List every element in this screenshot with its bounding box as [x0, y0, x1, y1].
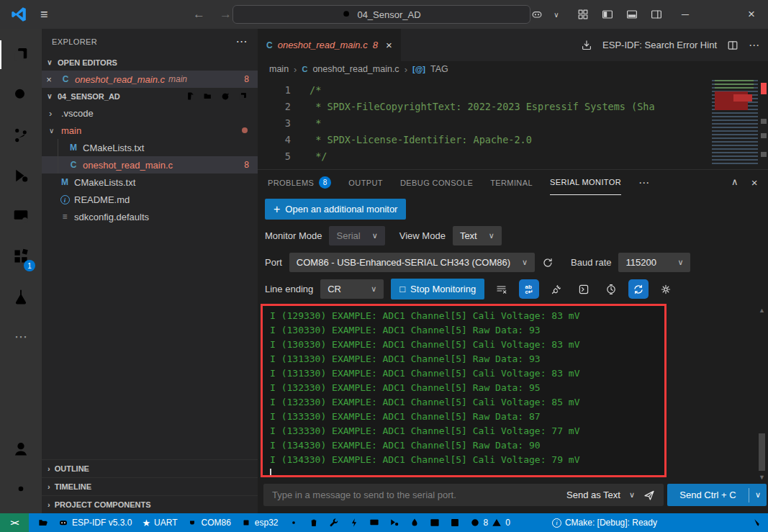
panel-maximize-icon[interactable]: ∧ — [731, 176, 738, 189]
send-as-select[interactable]: Send as Text — [566, 490, 620, 500]
explorer-more-icon[interactable]: ⋯ — [236, 35, 248, 48]
tab-oneshot-read-main[interactable]: C oneshot_read_main.c 8 × — [258, 29, 401, 61]
tab-output[interactable]: OUTPUT — [348, 170, 383, 195]
tree-item-cmakelists-main[interactable]: M CMakeLists.txt — [42, 139, 258, 156]
workspace-header[interactable]: ∨ 04_SENSOR_AD — [42, 88, 258, 104]
testing-icon[interactable] — [0, 276, 42, 317]
extensions-icon[interactable]: 1 — [0, 236, 42, 276]
panel-more-icon[interactable]: ⋯ — [638, 176, 649, 189]
line-ending-select[interactable]: CR ∨ — [320, 279, 384, 299]
monitor-icon[interactable] — [364, 513, 384, 532]
split-editor-icon[interactable] — [727, 40, 738, 51]
scroll-up-icon[interactable]: ▲ — [759, 307, 765, 314]
chevron-down-icon[interactable]: ∨ — [629, 490, 635, 500]
breadcrumb-file[interactable]: oneshot_read_main.c — [312, 64, 399, 74]
breadcrumb-symbol[interactable]: TAG — [430, 64, 448, 74]
sdk-config-gear-icon[interactable] — [284, 513, 304, 532]
toggle-panel-icon[interactable] — [620, 0, 644, 29]
send-plane-icon[interactable] — [643, 490, 655, 501]
serial-output-log[interactable]: I (129330) EXAMPLE: ADC1 Channel[5] Cali… — [261, 304, 667, 477]
search-error-hint-label[interactable]: ESP-IDF: Search Error Hint — [602, 40, 717, 50]
timestamp-icon[interactable] — [601, 279, 621, 299]
open-folder-icon[interactable] — [33, 513, 53, 532]
breadcrumb-main[interactable]: main — [269, 64, 289, 74]
minimap[interactable] — [712, 80, 758, 165]
close-button[interactable]: × — [735, 0, 768, 29]
code-editor[interactable]: 1/* 2 * SPDX-FileCopyrightText: 2022-202… — [258, 77, 768, 169]
send-mode-icon[interactable]: abc↵ — [519, 279, 539, 299]
baud-rate-select[interactable]: 115200 ∨ — [618, 253, 690, 272]
espidf-version[interactable]: ESP-IDF v5.3.0 — [53, 513, 137, 532]
panel-close-icon[interactable]: × — [751, 176, 758, 189]
back-arrow-icon[interactable]: ← — [193, 7, 205, 22]
tab-debug-console[interactable]: DEBUG CONSOLE — [400, 170, 473, 195]
editor-more-icon[interactable]: ⋯ — [749, 39, 759, 52]
command-center-search[interactable]: 04_Sensor_AD — [232, 5, 530, 24]
terminal-icon[interactable] — [425, 513, 445, 532]
close-editor-icon[interactable]: × — [42, 74, 56, 85]
open-editors-header[interactable]: ∨ OPEN EDITORS — [42, 54, 258, 71]
stop-monitoring-button[interactable]: □ Stop Monitoring — [391, 279, 484, 299]
customize-layout-icon[interactable] — [571, 0, 595, 29]
flash-method[interactable]: ★ UART — [137, 513, 182, 532]
output-console-icon[interactable] — [574, 279, 594, 299]
search-error-hint-icon[interactable] — [581, 40, 592, 51]
new-file-icon[interactable] — [186, 91, 196, 102]
auto-scroll-icon[interactable] — [628, 279, 649, 299]
tree-item-main[interactable]: ∨ main — [42, 122, 258, 139]
scroll-down-icon[interactable]: ▼ — [759, 474, 765, 481]
open-editor-item[interactable]: × C oneshot_read_main.c main 8 — [42, 71, 258, 88]
toggle-sidebar-icon[interactable] — [595, 0, 620, 29]
copilot-chevron-icon[interactable]: ∨ — [549, 0, 564, 29]
run-debug-icon[interactable] — [0, 155, 42, 196]
tree-item-sdkconfig[interactable]: ≡ sdkconfig.defaults — [42, 208, 258, 225]
chevron-down-icon[interactable]: ∨ — [749, 490, 767, 500]
tab-serial-monitor[interactable]: SERIAL MONITOR — [550, 170, 621, 195]
launch-arrow-box-icon[interactable] — [445, 513, 465, 532]
serial-port[interactable]: COM86 — [182, 513, 235, 532]
menu-hamburger-icon[interactable]: ≡ — [40, 7, 48, 22]
full-clean-trash-icon[interactable] — [304, 513, 324, 532]
tree-item-readme[interactable]: i README.md — [42, 191, 258, 208]
serial-message-input[interactable]: Type in a message to send to the serial … — [263, 484, 664, 506]
monitor-settings-gear-icon[interactable] — [656, 279, 676, 299]
explorer-icon[interactable] — [0, 35, 42, 75]
tree-item-vscode[interactable]: › .vscode — [42, 104, 258, 122]
maximize-button[interactable] — [702, 0, 735, 29]
source-control-icon[interactable] — [0, 115, 42, 155]
section-project-components[interactable]: › PROJECT COMPONENTS — [42, 495, 258, 513]
copilot-icon[interactable] — [525, 0, 549, 29]
plug-disconnect-icon[interactable] — [546, 279, 566, 299]
view-mode-select[interactable]: Text ∨ — [453, 226, 502, 245]
tab-terminal[interactable]: TERMINAL — [490, 170, 533, 195]
cmake-status[interactable]: i CMake: [Debug]: Ready — [547, 513, 662, 532]
monitor-mode-select[interactable]: Serial ∨ — [329, 226, 384, 245]
tab-problems[interactable]: PROBLEMS 8 — [268, 170, 331, 195]
forward-arrow-icon[interactable]: → — [220, 7, 232, 22]
send-ctrl-c-button[interactable]: Send Ctrl + C ∨ — [667, 484, 767, 506]
section-outline[interactable]: › OUTLINE — [42, 459, 258, 477]
tree-item-cmakelists-root[interactable]: M CMakeLists.txt — [42, 173, 258, 191]
remote-explorer-icon[interactable] — [0, 196, 42, 236]
account-icon[interactable] — [0, 428, 42, 469]
tree-item-main-c[interactable]: C oneshot_read_main.c 8 — [42, 156, 258, 173]
activity-more-icon[interactable]: ⋯ — [0, 317, 42, 357]
debug-icon[interactable] — [384, 513, 405, 532]
open-additional-monitor-button[interactable]: + Open an additional monitor — [265, 199, 406, 220]
editor-scrollbar[interactable] — [759, 77, 768, 168]
search-sidebar-icon[interactable] — [0, 75, 42, 115]
close-tab-icon[interactable]: × — [386, 39, 392, 51]
collapse-all-icon[interactable] — [238, 91, 248, 102]
settings-gear-icon[interactable] — [0, 469, 42, 509]
tools-icon[interactable] — [746, 513, 768, 532]
new-folder-icon[interactable] — [203, 91, 213, 102]
toggle-secondary-sidebar-icon[interactable] — [644, 0, 669, 29]
scrollbar-thumb[interactable] — [759, 433, 765, 471]
build-wrench-icon[interactable] — [324, 513, 344, 532]
remote-indicator[interactable]: >< — [0, 513, 29, 532]
problems-summary[interactable]: 8 0 — [465, 513, 515, 532]
panel-scrollbar[interactable]: ▲ ▼ — [757, 307, 767, 481]
section-timeline[interactable]: › TIMELINE — [42, 477, 258, 495]
minimize-button[interactable]: ─ — [669, 0, 702, 29]
port-select[interactable]: COM86 - USB-Enhanced-SERIAL CH343 (COM86… — [289, 253, 535, 272]
